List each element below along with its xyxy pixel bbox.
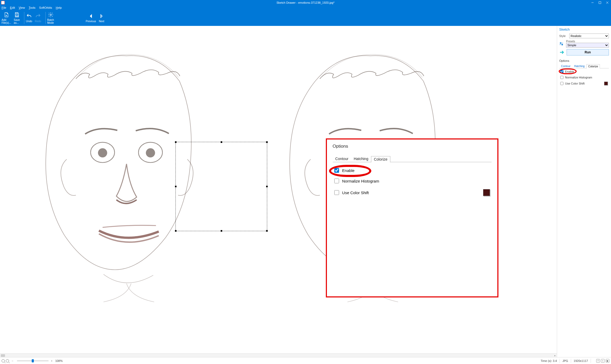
add-file-icon [3, 12, 9, 18]
arrow-right-icon [99, 13, 104, 19]
save-as-button[interactable]: Save as... [14, 12, 20, 24]
menu-softorbits[interactable]: SoftOrbits [39, 6, 52, 9]
annotation-callout: Options Contour Hatching Colorize Enable… [326, 138, 498, 297]
next-label: Next [99, 20, 104, 23]
callout-enable-checkbox[interactable] [334, 168, 339, 173]
scrollbar-right-arrow-icon[interactable]: ▸ [554, 354, 556, 357]
normalize-checkbox[interactable] [560, 76, 563, 79]
run-button[interactable]: Run [567, 49, 609, 55]
save-icon [14, 12, 20, 18]
close-button[interactable] [604, 0, 611, 5]
style-label: Style [559, 34, 568, 38]
zoom-out-button[interactable]: − [12, 359, 13, 362]
workspace: Options Contour Hatching Colorize Enable… [0, 26, 611, 357]
svg-rect-15 [560, 43, 561, 44]
run-arrow-icon [559, 49, 565, 55]
menu-help[interactable]: Help [56, 6, 62, 9]
svg-rect-6 [16, 12, 17, 14]
callout-tabs: Contour Hatching Colorize [333, 156, 492, 162]
enable-label: Enable [565, 70, 574, 73]
sketch-heading: Sketch [559, 27, 609, 31]
horizontal-scrollbar[interactable]: ▸ [0, 353, 557, 357]
previous-button[interactable]: Previous [86, 13, 96, 23]
presets-label: Presets [566, 40, 609, 43]
menu-edit[interactable]: Edit [10, 6, 15, 9]
ribbon-toolbar: Add File(s)... Save as... Undo Redo Batc… [0, 10, 611, 26]
minimize-button[interactable] [589, 0, 596, 5]
svg-point-8 [50, 14, 52, 16]
sliders-icon [559, 42, 563, 45]
youtube-icon[interactable]: ▶ [606, 359, 609, 363]
social-links: f t ▶ [596, 359, 609, 363]
tab-hatching[interactable]: Hatching [572, 64, 586, 68]
enable-checkbox[interactable] [560, 70, 563, 73]
menu-view[interactable]: View [19, 6, 25, 9]
redo-icon [35, 13, 41, 19]
gear-icon [48, 12, 54, 18]
status-bar: − + 108% Time (s): 3.4 JPG 1920x1117 f t… [0, 357, 611, 364]
maximize-button[interactable] [596, 0, 604, 5]
colorshift-label: Use Color Shift [565, 82, 585, 85]
presets-select[interactable]: Simple [566, 43, 609, 48]
redo-button: Redo [35, 13, 41, 23]
title-bar: Sketch Drawer - emotions-371238_1920.jpg… [0, 0, 611, 5]
style-select[interactable]: Realistic [569, 34, 609, 38]
previous-label: Previous [86, 20, 96, 23]
menu-tools[interactable]: Tools [29, 6, 35, 9]
tab-colorize[interactable]: Colorize [586, 64, 600, 68]
facebook-icon[interactable]: f [596, 359, 600, 363]
undo-icon [26, 13, 32, 19]
zoom-slider[interactable] [17, 360, 49, 361]
callout-tab-contour[interactable]: Contour [333, 156, 351, 162]
callout-tab-colorize[interactable]: Colorize [371, 156, 390, 162]
options-heading: Options [559, 59, 609, 62]
svg-rect-16 [562, 44, 563, 45]
zoom-in-button[interactable]: + [51, 359, 52, 362]
zoom-actual-icon[interactable] [6, 359, 9, 362]
callout-normalize-checkbox[interactable] [334, 179, 339, 183]
status-format: JPG [562, 359, 568, 362]
save-as-label: Save as... [14, 18, 20, 24]
zoom-fit-icon[interactable] [2, 359, 5, 362]
add-files-label: Add File(s)... [2, 18, 11, 24]
undo-label: Undo [26, 20, 32, 23]
app-icon [1, 1, 5, 4]
scrollbar-thumb[interactable] [1, 354, 5, 357]
options-tabs: Contour Hatching Colorize [559, 64, 609, 68]
colorshift-checkbox[interactable] [560, 82, 563, 85]
callout-tab-hatching[interactable]: Hatching [351, 156, 371, 162]
callout-colorshift-label: Use Color Shift [342, 190, 369, 195]
batch-mode-button[interactable]: Batch Mode [47, 12, 54, 24]
color-swatch[interactable] [604, 82, 608, 85]
canvas[interactable]: Options Contour Hatching Colorize Enable… [0, 26, 557, 357]
next-button[interactable]: Next [99, 13, 104, 23]
normalize-label: Normalize Histogram [565, 76, 592, 79]
menu-bar: File Edit View Tools SoftOrbits Help [0, 5, 611, 10]
side-panel: Sketch Style Realistic Presets Simple Ru… [557, 26, 611, 357]
undo-button[interactable]: Undo [26, 13, 32, 23]
menu-file[interactable]: File [2, 6, 6, 9]
batch-mode-label: Batch Mode [47, 18, 54, 24]
window-title: Sketch Drawer - emotions-371238_1920.jpg… [276, 1, 335, 4]
callout-options-title: Options [333, 144, 492, 149]
callout-colorshift-checkbox[interactable] [334, 190, 339, 195]
callout-normalize-label: Normalize Histogram [342, 179, 379, 183]
callout-color-swatch[interactable] [483, 189, 490, 196]
status-time: Time (s): 3.4 [541, 359, 557, 362]
arrow-left-icon [88, 13, 94, 19]
redo-label: Redo [35, 20, 41, 23]
zoom-percent: 108% [55, 359, 63, 362]
twitter-icon[interactable]: t [601, 359, 605, 363]
svg-rect-1 [599, 2, 601, 4]
status-dimensions: 1920x1117 [574, 359, 588, 362]
tab-contour[interactable]: Contour [559, 64, 572, 68]
add-files-button[interactable]: Add File(s)... [2, 12, 11, 24]
selection-rectangle[interactable] [175, 142, 267, 231]
callout-enable-label: Enable [342, 168, 355, 173]
svg-rect-7 [16, 15, 18, 16]
